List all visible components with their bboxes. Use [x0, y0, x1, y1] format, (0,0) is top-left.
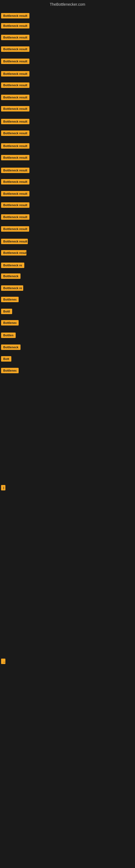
- bottleneck-badge-row: Bottlenec: [1, 368, 18, 374]
- bottleneck-badge-2[interactable]: Bottleneck result: [1, 23, 30, 29]
- bottleneck-badge-23[interactable]: Bottleneck: [1, 273, 20, 279]
- bottleneck-badge-row: Bottlenec: [1, 297, 18, 303]
- bottleneck-badge-1[interactable]: Bottleneck result: [1, 13, 30, 19]
- bottleneck-badge-21[interactable]: Bottleneck result: [1, 250, 27, 255]
- bottleneck-badge-row: Bottleneck result: [1, 179, 30, 186]
- bottleneck-badge-11[interactable]: Bottleneck result: [1, 130, 30, 136]
- bottleneck-badge-row: Bottleneck result: [1, 203, 30, 209]
- bottleneck-badge-27[interactable]: Bottlenec: [1, 320, 18, 326]
- bottleneck-badge-20[interactable]: Bottleneck result: [1, 239, 28, 244]
- bottleneck-badge-31[interactable]: Bottlenec: [1, 368, 18, 373]
- bottleneck-badge-row: Bottleneck result: [1, 239, 28, 245]
- bottleneck-badge-row: Bottlen: [1, 333, 16, 339]
- bottleneck-badge-7[interactable]: Bottleneck result: [1, 83, 30, 88]
- bottleneck-badge-row: Bottleneck result: [1, 167, 30, 174]
- bottleneck-badge-row: Bottleneck result: [1, 226, 29, 233]
- bottleneck-badge-row: Bottleneck re: [1, 262, 24, 269]
- bottleneck-badge-18[interactable]: Bottleneck result: [1, 214, 30, 220]
- bottleneck-badge-row: Bottl: [1, 309, 12, 315]
- bottleneck-badge-row: Bottleneck result: [1, 155, 30, 161]
- bottleneck-badge-row: Bottleneck: [1, 273, 20, 280]
- bottleneck-badge-10[interactable]: Bottleneck result: [1, 119, 30, 124]
- bottleneck-badge-14[interactable]: Bottleneck result: [1, 167, 30, 173]
- bottleneck-badge-15[interactable]: Bottleneck result: [1, 179, 30, 184]
- bottleneck-badge-28[interactable]: Bottlen: [1, 333, 16, 338]
- bottleneck-badge-13[interactable]: Bottleneck result: [1, 155, 30, 160]
- bottleneck-badge-row: Bottleneck result: [1, 35, 30, 41]
- bottleneck-badge-row: Bottleneck result: [1, 214, 30, 221]
- bottleneck-badge-29[interactable]: Bottleneck: [1, 344, 20, 350]
- bottleneck-badge-row: Bottleneck result: [1, 143, 30, 150]
- site-title: TheBottlenecker.com: [0, 0, 135, 8]
- bottleneck-badge-row: Bottleneck result: [1, 23, 30, 30]
- bottleneck-badge-row: Bottleneck re: [1, 285, 23, 292]
- bottleneck-badge-17[interactable]: Bottleneck result: [1, 203, 30, 208]
- bottleneck-badge-row: …: [1, 659, 5, 665]
- bottleneck-badge-row: Bottleneck result: [1, 191, 30, 197]
- bottleneck-badge-row: Bottleneck result: [1, 119, 30, 125]
- bottleneck-badge-22[interactable]: Bottleneck re: [1, 262, 24, 268]
- bottleneck-badge-row: Bottleneck: [1, 344, 20, 351]
- bottleneck-badge-4[interactable]: Bottleneck result: [1, 46, 30, 52]
- bottleneck-badge-6[interactable]: Bottleneck result: [1, 71, 30, 76]
- bottleneck-badge-row: Bottleneck result: [1, 130, 30, 137]
- bottleneck-badge-row: Bottleneck result: [1, 95, 30, 101]
- bottleneck-badge-33[interactable]: …: [1, 659, 5, 664]
- bottleneck-badge-row: Bottlenec: [1, 320, 18, 327]
- bottleneck-badge-row: Bottleneck result: [1, 46, 30, 53]
- bottleneck-badge-row: Bottleneck result: [1, 59, 30, 65]
- bottleneck-badge-16[interactable]: Bottleneck result: [1, 191, 30, 196]
- bottleneck-badge-5[interactable]: Bottleneck result: [1, 59, 30, 64]
- bottleneck-badge-9[interactable]: Bottleneck result: [1, 106, 30, 112]
- bottleneck-badge-row: Bott: [1, 356, 11, 363]
- bottleneck-badge-row: Bottleneck result: [1, 106, 30, 113]
- bottleneck-badge-row: Bottleneck result: [1, 71, 30, 78]
- bottleneck-badge-8[interactable]: Bottleneck result: [1, 95, 30, 100]
- bottleneck-badge-32[interactable]: |: [1, 485, 5, 490]
- bottleneck-badge-24[interactable]: Bottleneck re: [1, 285, 23, 291]
- bottleneck-badge-row: |: [1, 485, 5, 492]
- bottleneck-badge-row: Bottleneck result: [1, 250, 27, 257]
- bottleneck-badge-row: Bottleneck result: [1, 13, 30, 20]
- bottleneck-badge-19[interactable]: Bottleneck result: [1, 226, 29, 231]
- bottleneck-badge-30[interactable]: Bott: [1, 356, 11, 362]
- bottleneck-badge-25[interactable]: Bottlenec: [1, 297, 18, 302]
- bottleneck-badge-12[interactable]: Bottleneck result: [1, 143, 30, 149]
- bottleneck-badge-26[interactable]: Bottl: [1, 309, 12, 314]
- bottleneck-badge-row: Bottleneck result: [1, 83, 30, 89]
- bottleneck-badge-3[interactable]: Bottleneck result: [1, 35, 30, 40]
